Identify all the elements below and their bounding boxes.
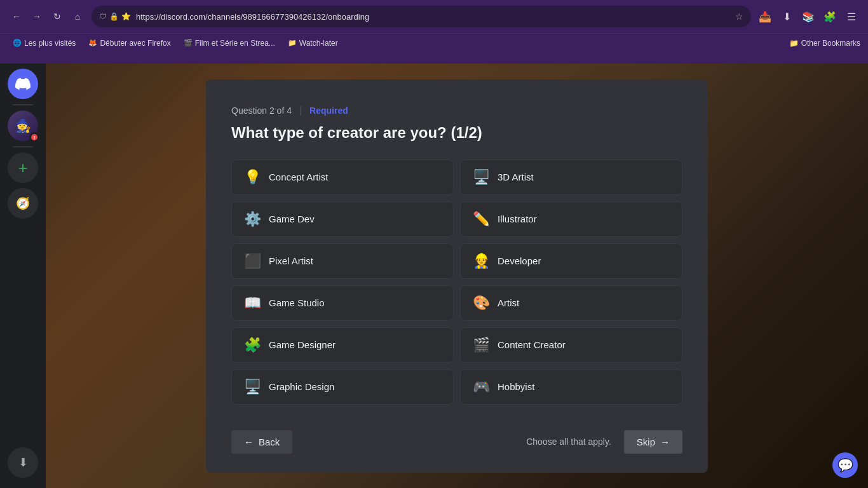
option-game-dev-label: Game Dev	[269, 214, 315, 224]
pixel-artist-icon: ⬛	[243, 253, 261, 269]
option-3d-artist[interactable]: 🖥️ 3D Artist	[460, 159, 682, 195]
hobbyist-icon: 🎮	[472, 379, 490, 395]
option-hobbyist-label: Hobbyist	[498, 381, 534, 392]
browser-chrome: ← → ↻ ⌂ 🛡 🔒 ⭐ https://discord.com/channe…	[0, 0, 868, 64]
favorite-icon[interactable]: ☆	[735, 11, 743, 22]
extensions-button[interactable]: 🧩	[821, 8, 839, 25]
question-meta: Question 2 of 4 | Required	[231, 105, 682, 116]
artist-icon: 🎨	[472, 295, 490, 311]
options-grid: 💡 Concept Artist 🖥️ 3D Artist ⚙️ Game De…	[231, 159, 682, 405]
plus-icon: +	[18, 159, 27, 176]
option-developer[interactable]: 👷 Developer	[460, 243, 682, 279]
address-bar-security-icons: 🛡 🔒 ⭐	[99, 12, 131, 21]
app-layout: 🧙 ! + 🧭 ⬇ Question 2 of 4 | Required	[0, 64, 868, 488]
option-artist-label: Artist	[498, 297, 519, 308]
option-game-studio-label: Game Studio	[269, 297, 325, 308]
modal-footer: ← Back Choose all that apply. Skip →	[231, 420, 682, 454]
separator: |	[299, 105, 302, 116]
shield-icon: 🛡	[99, 12, 107, 21]
option-game-dev[interactable]: ⚙️ Game Dev	[231, 201, 454, 237]
footer-right: Choose all that apply. Skip →	[526, 430, 682, 454]
option-content-creator[interactable]: 🎬 Content Creator	[460, 327, 682, 363]
bookmark-label: Les plus visités	[24, 39, 76, 48]
option-illustrator[interactable]: ✏️ Illustrator	[460, 201, 682, 237]
sidebar-divider-1	[13, 104, 33, 105]
illustrator-icon: ✏️	[472, 211, 490, 227]
menu-button[interactable]: ☰	[843, 8, 860, 25]
chat-widget-button[interactable]: 💬	[832, 452, 858, 478]
option-game-studio[interactable]: 📖 Game Studio	[231, 285, 454, 321]
option-graphic-design[interactable]: 🖥️ Graphic Design	[231, 369, 454, 405]
option-content-creator-label: Content Creator	[498, 339, 566, 350]
bookmark-label: Watch-later	[299, 39, 338, 48]
address-bar[interactable]: 🛡 🔒 ⭐ https://discord.com/channels/98916…	[92, 6, 751, 27]
option-pixel-artist-label: Pixel Artist	[269, 255, 313, 266]
home-button[interactable]: ⌂	[69, 8, 86, 25]
option-game-designer-label: Game Designer	[269, 339, 336, 350]
back-nav-button[interactable]: ←	[8, 8, 25, 25]
forward-nav-button[interactable]: →	[28, 8, 46, 25]
choose-all-label: Choose all that apply.	[526, 437, 611, 447]
reload-button[interactable]: ↻	[48, 8, 66, 25]
bookmark-debuter-firefox[interactable]: 🦊 Débuter avec Firefox	[83, 37, 175, 49]
game-studio-icon: 📖	[243, 295, 261, 311]
option-hobbyist[interactable]: 🎮 Hobbyist	[460, 369, 682, 405]
back-button[interactable]: ← Back	[231, 430, 292, 454]
game-designer-icon: 🧩	[243, 337, 261, 353]
lock-icon: 🔒	[109, 12, 119, 21]
option-graphic-design-label: Graphic Design	[269, 381, 334, 392]
option-developer-label: Developer	[498, 255, 541, 266]
sidebar-item-server[interactable]: 🧙 !	[8, 111, 38, 141]
question-title: What type of creator are you? (1/2)	[231, 124, 682, 142]
other-bookmarks-label: Other Bookmarks	[801, 39, 860, 48]
bookmark-les-plus-visites[interactable]: 🌐 Les plus visités	[8, 37, 81, 49]
developer-icon: 👷	[472, 253, 490, 269]
skip-button[interactable]: Skip →	[624, 430, 682, 454]
bookmark-globe-icon: 🌐	[13, 39, 22, 47]
bookmark-star-icon: ⭐	[121, 12, 131, 21]
compass-icon: 🧭	[16, 196, 30, 210]
download-icon: ⬇	[18, 456, 28, 470]
bookmarks-bar: 🌐 Les plus visités 🦊 Débuter avec Firefo…	[0, 33, 868, 52]
library-button[interactable]: 📚	[799, 8, 817, 25]
nav-buttons: ← → ↻ ⌂	[8, 8, 86, 25]
other-bookmarks-folder-icon: 📁	[789, 39, 799, 48]
download-button[interactable]: ⬇	[778, 8, 796, 25]
browser-action-buttons: 📥 ⬇ 📚 🧩 ☰	[756, 8, 860, 25]
concept-artist-icon: 💡	[243, 169, 261, 186]
sidebar-explore-button[interactable]: 🧭	[8, 188, 38, 219]
sidebar-add-server-button[interactable]: +	[8, 152, 38, 183]
sidebar-download-button[interactable]: ⬇	[8, 447, 38, 478]
bookmark-label: Débuter avec Firefox	[100, 39, 170, 48]
other-bookmarks[interactable]: 📁 Other Bookmarks	[789, 39, 860, 48]
option-3d-artist-label: 3D Artist	[498, 172, 534, 182]
pocket-button[interactable]: 📥	[756, 8, 774, 25]
back-button-label: Back	[259, 437, 280, 447]
sidebar-divider-2	[13, 146, 33, 147]
url-text: https://discord.com/channels/98916667739…	[136, 12, 730, 22]
chat-widget-icon: 💬	[837, 458, 853, 473]
discord-sidebar: 🧙 ! + 🧭 ⬇	[0, 64, 46, 488]
question-number: Question 2 of 4	[231, 105, 292, 116]
notification-badge: !	[29, 132, 39, 142]
bookmark-fox-icon: 🦊	[88, 39, 97, 47]
bookmark-folder-icon: 📁	[288, 39, 297, 47]
option-game-designer[interactable]: 🧩 Game Designer	[231, 327, 454, 363]
game-dev-icon: ⚙️	[243, 211, 261, 227]
required-badge: Required	[309, 105, 348, 116]
bookmark-label: Film et Série en Strea...	[195, 39, 275, 48]
sidebar-discord-home[interactable]	[8, 69, 38, 99]
back-arrow-icon: ←	[244, 437, 254, 447]
bookmark-watch-later[interactable]: 📁 Watch-later	[283, 37, 343, 49]
bookmark-film-serie[interactable]: 🎬 Film et Série en Strea...	[179, 37, 280, 49]
3d-artist-icon: 🖥️	[472, 169, 490, 186]
option-artist[interactable]: 🎨 Artist	[460, 285, 682, 321]
option-illustrator-label: Illustrator	[498, 214, 537, 224]
graphic-design-icon: 🖥️	[243, 379, 261, 395]
option-concept-artist-label: Concept Artist	[269, 172, 328, 182]
server-avatar-icon: 🧙	[15, 118, 31, 133]
skip-button-label: Skip	[637, 437, 655, 447]
option-pixel-artist[interactable]: ⬛ Pixel Artist	[231, 243, 454, 279]
skip-arrow-icon: →	[660, 437, 670, 447]
option-concept-artist[interactable]: 💡 Concept Artist	[231, 159, 454, 195]
